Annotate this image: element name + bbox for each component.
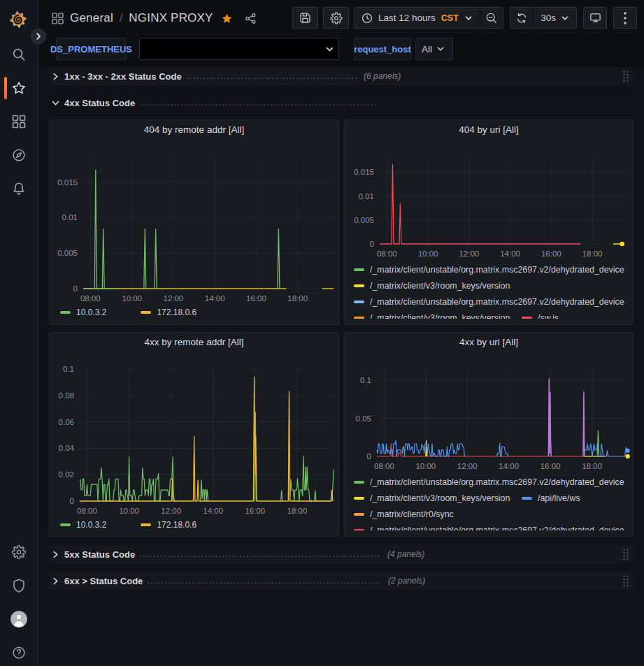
legend-item[interactable]: 172.18.0.6 xyxy=(141,307,196,317)
grafana-logo[interactable] xyxy=(10,11,29,30)
dashboard-row-collapsed[interactable]: 5xx Status Code.........................… xyxy=(49,545,634,563)
user-avatar[interactable] xyxy=(10,611,28,628)
dashboards-icon[interactable] xyxy=(12,115,26,129)
series-line xyxy=(290,456,334,501)
legend-row: /_matrix/client/v3/room_keys/version xyxy=(345,279,633,295)
zoom-out-button[interactable] xyxy=(480,8,503,28)
save-dashboard-button[interactable] xyxy=(292,7,318,29)
row-panel-count: (6 panels) xyxy=(364,71,401,81)
row-drag-handle-icon[interactable] xyxy=(622,574,630,587)
x-tick-label: 10:00 xyxy=(418,249,438,258)
cycle-view-button[interactable] xyxy=(583,7,607,29)
row-dots-leader: ........................................… xyxy=(147,576,381,586)
favorite-star-icon[interactable] xyxy=(221,13,233,24)
x-tick-label: 18:00 xyxy=(287,507,308,515)
admin-shield-icon[interactable] xyxy=(12,579,26,593)
search-icon[interactable] xyxy=(12,48,27,62)
y-tick-label: 0 xyxy=(73,284,78,293)
dashboard-settings-button[interactable] xyxy=(323,7,349,29)
x-tick-label: 14:00 xyxy=(205,294,225,303)
sidebar-expand-button[interactable] xyxy=(31,29,46,44)
dashboard-row-collapsed[interactable]: 6xx > Status Code.......................… xyxy=(49,572,634,590)
variable-label-ds-prometheus[interactable]: DS_PROMETHEUS xyxy=(56,38,127,60)
chart-svg: 08:0010:0012:0014:0016:0018:0000.0050.01… xyxy=(50,120,338,324)
legend-series-dash xyxy=(60,523,71,526)
chevron-down-icon xyxy=(49,100,62,106)
row-title: 6xx > Status Code xyxy=(64,576,143,586)
legend-item[interactable]: 10.0.3.2 xyxy=(60,520,106,530)
kebab-menu-button[interactable] xyxy=(613,7,637,29)
explore-compass-icon[interactable] xyxy=(12,148,27,163)
panel: 404 by uri [All]08:0010:0012:0014:0016:0… xyxy=(344,120,634,325)
legend-item[interactable]: /_matrix/client/unstable/org.matrix.msc2… xyxy=(354,297,624,307)
time-picker-group: Last 12 hours CST xyxy=(354,7,503,29)
row-dots-leader: ........................................… xyxy=(139,98,378,108)
legend-series-label: /_matrix/client/unstable/org.matrix.msc2… xyxy=(370,297,624,307)
row-drag-handle-icon[interactable] xyxy=(622,70,630,82)
active-nav-indicator xyxy=(4,77,7,99)
dashboard-row-expanded[interactable]: 4xx Status Code.........................… xyxy=(49,94,634,112)
panel-title[interactable]: 404 by uri [All] xyxy=(345,124,633,135)
x-tick-label: 08:00 xyxy=(374,462,394,470)
legend-series-label: /_matrix/client/unstable/org.matrix.msc2… xyxy=(370,526,624,530)
row-dots-leader: ........................................… xyxy=(139,549,380,560)
dashboard-row-collapsed[interactable]: 1xx - 3xx - 2xx Status Code.............… xyxy=(49,67,634,85)
star-icon[interactable] xyxy=(12,81,27,96)
variable-label-request-host[interactable]: request_host xyxy=(354,38,411,60)
refresh-button[interactable] xyxy=(510,8,533,28)
panel-title[interactable]: 4xx by uri [All] xyxy=(345,337,633,347)
panel: 4xx by remote addr [All]08:0010:0012:001… xyxy=(49,332,339,537)
series-point xyxy=(625,454,629,458)
x-tick-label: 16:00 xyxy=(245,507,265,515)
x-tick-label: 12:00 xyxy=(163,294,183,303)
datasource-combobox[interactable] xyxy=(139,38,339,60)
legend-item[interactable]: 172.18.0.6 xyxy=(141,520,196,530)
y-tick-label: 0.015 xyxy=(57,178,78,187)
chevron-right-icon xyxy=(49,577,62,585)
series-line xyxy=(281,491,282,501)
configuration-gear-icon[interactable] xyxy=(12,545,27,560)
legend-item[interactable]: /sw.js xyxy=(522,313,559,319)
legend-item[interactable]: /_matrix/client/unstable/org.matrix.msc2… xyxy=(354,526,624,530)
x-tick-label: 16:00 xyxy=(541,462,561,470)
datasource-value-redacted xyxy=(143,40,322,58)
refresh-interval-picker[interactable]: 30s xyxy=(534,8,576,28)
legend-item[interactable]: /api/live/ws xyxy=(522,493,580,503)
request-host-value: All xyxy=(422,44,432,55)
legend-series-label: /_matrix/client/v3/room_keys/version xyxy=(370,493,510,503)
x-tick-label: 18:00 xyxy=(582,462,602,470)
legend-row: /_matrix/client/v3/room_keys/version/sw.… xyxy=(345,311,633,319)
breadcrumb-folder[interactable]: General xyxy=(70,11,113,25)
x-tick-label: 12:00 xyxy=(161,507,181,515)
legend-item[interactable]: /_matrix/client/unstable/org.matrix.msc2… xyxy=(354,477,624,487)
chevron-right-icon xyxy=(49,551,62,558)
x-tick-label: 18:00 xyxy=(287,294,308,303)
legend: /_matrix/client/unstable/org.matrix.msc2… xyxy=(345,475,633,530)
y-tick-label: 0.1 xyxy=(360,376,371,384)
legend-series-dash xyxy=(354,481,364,484)
legend-item[interactable]: /_matrix/client/unstable/org.matrix.msc2… xyxy=(354,265,624,275)
series-point xyxy=(620,242,624,246)
legend-item[interactable]: /_matrix/client/v3/room_keys/version xyxy=(354,313,510,319)
legend-item[interactable]: /_matrix/client/v3/room_keys/version xyxy=(354,493,510,503)
legend-series-label: /_matrix/client/v3/room_keys/version xyxy=(370,313,510,319)
legend-item[interactable]: 10.0.3.2 xyxy=(60,307,106,317)
help-icon[interactable] xyxy=(12,646,27,660)
row-drag-handle-icon[interactable] xyxy=(622,548,630,560)
share-icon[interactable] xyxy=(245,13,257,24)
series-line xyxy=(496,444,508,457)
chevron-down-icon xyxy=(464,14,473,22)
apps-grid-icon[interactable] xyxy=(52,13,64,24)
legend-item[interactable]: /_matrix/client/v3/room_keys/version xyxy=(354,281,510,291)
panel-title[interactable]: 404 by remote addr [All] xyxy=(50,124,338,135)
request-host-value-select[interactable]: All xyxy=(415,38,453,60)
x-tick-label: 08:00 xyxy=(77,507,97,515)
legend-series-label: 10.0.3.2 xyxy=(76,307,106,317)
panel-title[interactable]: 4xx by remote addr [All] xyxy=(50,337,338,347)
time-range-picker[interactable]: Last 12 hours CST xyxy=(355,8,480,28)
legend-item[interactable]: /_matrix/client/r0/sync xyxy=(354,509,454,519)
page-title: NGINX PROXY xyxy=(129,11,213,25)
series-line xyxy=(583,392,585,456)
alerting-bell-icon[interactable] xyxy=(12,182,26,196)
y-tick-label: 0 xyxy=(70,497,74,505)
